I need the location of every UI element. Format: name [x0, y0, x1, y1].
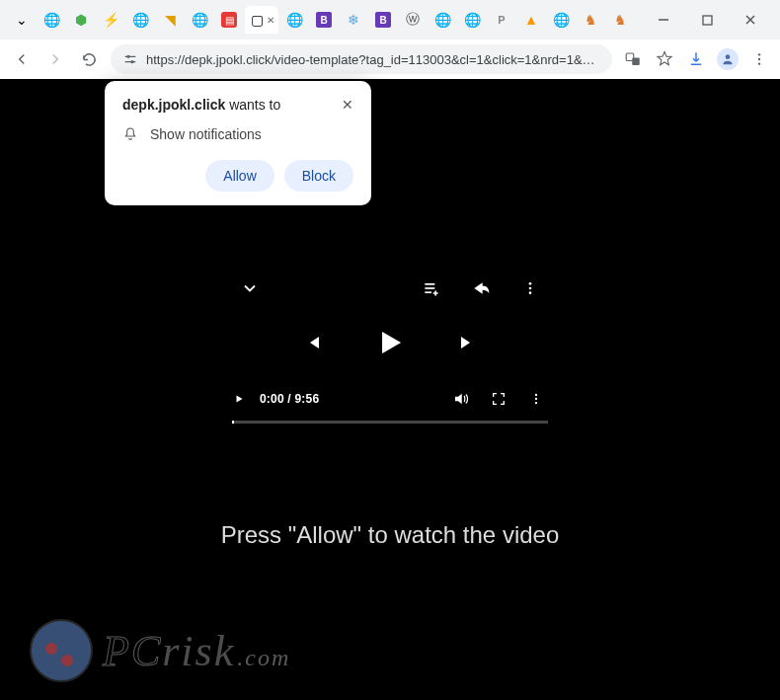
permission-title: depk.jpokl.click wants to: [122, 97, 280, 113]
titlebar: ⌄ 🌐 ⬢ ⚡ 🌐 ◥ 🌐 ▤ ▢ ✕ 🌐 B ❄ B ⓦ 🌐 🌐 P ▲ 🌐 …: [0, 0, 780, 39]
more-options-icon[interactable]: [524, 387, 548, 411]
svg-point-13: [758, 62, 760, 64]
play-button[interactable]: [371, 324, 409, 361]
browser-tab[interactable]: ▲: [517, 6, 545, 34]
profile-avatar[interactable]: [717, 48, 739, 70]
globe-icon: 🌐: [286, 12, 302, 28]
browser-tab[interactable]: 🌐: [280, 6, 308, 34]
svg-point-18: [529, 287, 532, 290]
flame-icon: ▲: [523, 12, 539, 28]
address-bar[interactable]: https://depk.jpokl.click/video-template?…: [111, 44, 612, 74]
permission-dialog: depk.jpokl.click wants to ✕ Show notific…: [105, 81, 371, 205]
site-settings-icon[interactable]: [122, 51, 138, 67]
watermark-pc: PC: [103, 626, 162, 676]
minimize-button[interactable]: [650, 6, 677, 34]
globe-icon: 🌐: [43, 12, 59, 28]
allow-button[interactable]: Allow: [205, 160, 273, 192]
horse-icon: ♞: [612, 12, 628, 28]
collapse-icon[interactable]: [238, 276, 262, 300]
browser-chrome: ⌄ 🌐 ⬢ ⚡ 🌐 ◥ 🌐 ▤ ▢ ✕ 🌐 B ❄ B ⓦ 🌐 🌐 P ▲ 🌐 …: [0, 0, 780, 80]
svg-point-17: [529, 282, 532, 285]
close-tab-icon[interactable]: ✕: [267, 15, 274, 26]
browser-tab[interactable]: ⌄: [8, 6, 36, 34]
bell-icon: [122, 126, 138, 142]
browser-tab[interactable]: ♞: [577, 6, 604, 34]
next-track-button[interactable]: [456, 331, 480, 354]
browser-tab[interactable]: B: [310, 6, 338, 34]
globe-icon: 🌐: [132, 12, 148, 28]
bolt-icon: ⚡: [103, 12, 118, 28]
browser-tab[interactable]: ⓦ: [399, 6, 427, 34]
block-button[interactable]: Block: [284, 160, 353, 192]
watermark: PCrisk.com: [30, 619, 290, 682]
svg-rect-9: [632, 58, 640, 66]
previous-track-button[interactable]: [300, 331, 324, 354]
browser-tab[interactable]: 🌐: [547, 6, 575, 34]
maximize-button[interactable]: [693, 6, 721, 34]
tag-icon: ◥: [162, 12, 178, 28]
browser-tab[interactable]: ❄: [340, 6, 367, 34]
share-icon[interactable]: [469, 276, 493, 300]
duration: 9:56: [294, 392, 319, 406]
reload-button[interactable]: [77, 47, 101, 71]
letter-p-icon: P: [494, 12, 509, 28]
tab-strip: ⌄ 🌐 ⬢ ⚡ 🌐 ◥ 🌐 ▤ ▢ ✕ 🌐 B ❄ B ⓦ 🌐 🌐 P ▲ 🌐 …: [8, 6, 642, 34]
svg-point-20: [535, 394, 537, 396]
letter-b-icon: B: [375, 12, 391, 28]
queue-icon[interactable]: [420, 276, 443, 300]
svg-point-11: [758, 53, 760, 55]
toolbar-right: [622, 48, 770, 70]
svg-point-6: [126, 55, 129, 58]
chevron-down-icon: ⌄: [14, 12, 30, 28]
instruction-message: Press "Allow" to watch the video: [0, 521, 780, 549]
toolbar: https://depk.jpokl.click/video-template?…: [0, 39, 780, 79]
translate-icon[interactable]: [622, 48, 644, 70]
time-display: 0:00 / 9:56: [260, 392, 319, 406]
menu-button[interactable]: [748, 48, 770, 70]
close-window-button[interactable]: [737, 6, 764, 34]
watermark-risk: risk: [162, 626, 235, 676]
window-controls: [642, 6, 772, 34]
browser-tab[interactable]: ◥: [156, 6, 184, 34]
svg-point-19: [529, 291, 532, 294]
fullscreen-icon[interactable]: [487, 387, 510, 411]
globe-icon: 🌐: [464, 12, 480, 28]
page-icon: ▢: [249, 12, 265, 28]
globe-icon: 🌐: [192, 12, 207, 28]
horse-icon: ♞: [583, 12, 598, 28]
globe-icon: 🌐: [553, 12, 569, 28]
bookmark-icon[interactable]: [654, 48, 675, 70]
letter-b-icon: B: [316, 12, 332, 28]
back-button[interactable]: [10, 47, 34, 71]
more-icon[interactable]: [518, 276, 542, 300]
watermark-text: PCrisk.com: [103, 626, 290, 676]
browser-tab[interactable]: 🌐: [186, 6, 213, 34]
browser-tab[interactable]: 🌐: [429, 6, 456, 34]
seek-bar[interactable]: [232, 421, 548, 424]
browser-tab[interactable]: ▤: [215, 6, 243, 34]
browser-tab-active[interactable]: ▢ ✕: [245, 6, 278, 34]
url-text: https://depk.jpokl.click/video-template?…: [146, 52, 600, 67]
volume-icon[interactable]: [449, 387, 473, 411]
browser-tab[interactable]: P: [488, 6, 515, 34]
browser-tab[interactable]: ♞: [606, 6, 634, 34]
browser-tab[interactable]: 🌐: [126, 6, 154, 34]
permission-site: depk.jpokl.click: [122, 97, 225, 113]
permission-option: Show notifications: [150, 126, 262, 142]
forward-button[interactable]: [43, 47, 67, 71]
close-dialog-button[interactable]: ✕: [342, 97, 353, 113]
mini-play-icon[interactable]: [232, 392, 246, 406]
browser-tab[interactable]: ⚡: [97, 6, 124, 34]
current-time: 0:00: [260, 392, 284, 406]
browser-tab[interactable]: B: [369, 6, 397, 34]
browser-tab[interactable]: 🌐: [38, 6, 65, 34]
browser-tab[interactable]: ⬢: [67, 6, 95, 34]
browser-tab[interactable]: 🌐: [458, 6, 486, 34]
svg-point-12: [758, 58, 760, 60]
svg-rect-1: [703, 16, 712, 25]
video-player[interactable]: 0:00 / 9:56: [232, 276, 548, 424]
download-icon[interactable]: [685, 48, 707, 70]
svg-point-7: [130, 60, 133, 63]
cart-icon: ▤: [221, 12, 237, 28]
svg-point-21: [535, 398, 537, 400]
